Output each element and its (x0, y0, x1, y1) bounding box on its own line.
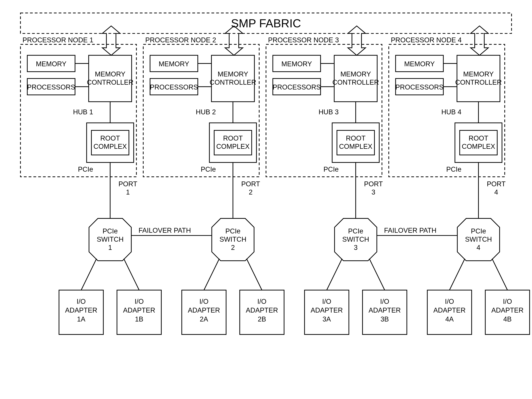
ioA-l2: ADAPTER (188, 306, 220, 314)
smp-fabric-title: SMP FABRIC (231, 17, 301, 30)
switch-l2: SWITCH (97, 235, 124, 243)
processors-label: PROCESSORS (273, 83, 321, 91)
ioA-l3: 1A (77, 315, 85, 323)
root-l2: COMPLEX (216, 142, 250, 150)
processor-node-2: PROCESSOR NODE 2MEMORYPROCESSORSMEMORYCO… (143, 26, 284, 334)
ioA-l3: 3A (323, 315, 331, 323)
fabric-arrow-icon (348, 26, 366, 55)
port-l1: PORT (487, 180, 506, 188)
switch-l1: PCIe (225, 227, 241, 235)
node-title: PROCESSOR NODE 2 (145, 36, 216, 44)
fabric-arrow-icon (102, 26, 120, 55)
switch-l2: SWITCH (220, 235, 247, 243)
root-l1: ROOT (346, 134, 366, 142)
pcie-label: PCIe (323, 165, 339, 173)
memctrl-l1: MEMORY (340, 70, 371, 78)
ioB-l1: I/O (257, 297, 266, 305)
memctrl-l2: CONTROLLER (455, 78, 502, 86)
root-l1: ROOT (469, 134, 488, 142)
ioB-l1: I/O (503, 297, 512, 305)
processor-node-1: PROCESSOR NODE 1MEMORYPROCESSORSMEMORYCO… (20, 26, 161, 334)
memory-label: MEMORY (36, 60, 66, 68)
memctrl-l1: MEMORY (95, 70, 126, 78)
hub-label: HUB 2 (196, 108, 216, 116)
failover-label-1-2: FAILOVER PATH (139, 226, 191, 234)
switch-l2: SWITCH (465, 235, 492, 243)
root-l2: COMPLEX (94, 142, 127, 150)
switch-to-adapterA (81, 259, 96, 290)
processors-label: PROCESSORS (27, 83, 75, 91)
switch-l1: PCIe (103, 227, 118, 235)
pcie-label: PCIe (446, 165, 462, 173)
hub-label: HUB 3 (319, 108, 339, 116)
ioB-l2: ADAPTER (491, 306, 523, 314)
root-l1: ROOT (223, 134, 243, 142)
switch-to-adapterB (369, 259, 385, 290)
ioA-l1: I/O (322, 297, 331, 305)
root-l2: COMPLEX (339, 142, 373, 150)
memctrl-l2: CONTROLLER (87, 78, 133, 86)
root-l2: COMPLEX (462, 142, 495, 150)
port-l2: 1 (126, 188, 130, 196)
port-l2: 2 (249, 188, 253, 196)
ioA-l3: 4A (445, 315, 454, 323)
switch-to-adapterB (247, 259, 262, 290)
memctrl-l2: CONTROLLER (210, 78, 256, 86)
switch-l3: 3 (354, 244, 357, 251)
port-l2: 3 (372, 188, 375, 196)
ioA-l3: 2A (200, 315, 208, 323)
node-title: PROCESSOR NODE 1 (22, 36, 93, 44)
ioB-l2: ADAPTER (246, 306, 278, 314)
node-title: PROCESSOR NODE 4 (391, 36, 462, 44)
port-l1: PORT (364, 180, 383, 188)
root-l1: ROOT (100, 134, 120, 142)
processors-label: PROCESSORS (395, 83, 444, 91)
fabric-arrow-icon (225, 26, 243, 55)
ioB-l3: 1B (135, 315, 143, 323)
switch-to-adapterA (450, 259, 465, 290)
hub-label: HUB 4 (441, 108, 462, 116)
ioB-l2: ADAPTER (123, 306, 155, 314)
switch-to-adapterA (327, 259, 342, 290)
processor-node-3: PROCESSOR NODE 3MEMORYPROCESSORSMEMORYCO… (266, 26, 407, 334)
port-l1: PORT (241, 180, 260, 188)
processor-node-4: PROCESSOR NODE 4MEMORYPROCESSORSMEMORYCO… (389, 26, 530, 334)
memory-label: MEMORY (404, 60, 435, 68)
switch-l2: SWITCH (342, 235, 369, 243)
pcie-label: PCIe (201, 165, 216, 173)
ioA-l2: ADAPTER (65, 306, 97, 314)
ioB-l3: 2B (258, 315, 266, 323)
switch-to-adapterB (124, 259, 139, 290)
switch-l1: PCIe (348, 227, 363, 235)
port-l2: 4 (494, 188, 498, 196)
memory-label: MEMORY (281, 60, 312, 68)
ioB-l1: I/O (380, 297, 389, 305)
ioA-l2: ADAPTER (310, 306, 343, 314)
pcie-label: PCIe (78, 165, 93, 173)
switch-l3: 2 (231, 244, 235, 251)
node-title: PROCESSOR NODE 3 (268, 36, 339, 44)
port-l1: PORT (119, 180, 137, 188)
ioB-l3: 4B (503, 315, 512, 323)
memctrl-l1: MEMORY (218, 70, 248, 78)
memory-label: MEMORY (159, 60, 189, 68)
ioB-l3: 3B (380, 315, 389, 323)
hub-label: HUB 1 (73, 108, 93, 116)
processors-label: PROCESSORS (150, 83, 198, 91)
failover-label-3-4: FAILOVER PATH (384, 226, 437, 234)
switch-l3: 1 (108, 244, 112, 251)
ioA-l1: I/O (76, 297, 86, 305)
memctrl-l2: CONTROLLER (332, 78, 379, 86)
switch-l1: PCIe (471, 227, 486, 235)
ioB-l1: I/O (134, 297, 144, 305)
memctrl-l1: MEMORY (463, 70, 494, 78)
ioA-l1: I/O (445, 297, 454, 305)
ioA-l2: ADAPTER (433, 306, 465, 314)
ioB-l2: ADAPTER (368, 306, 401, 314)
switch-l3: 4 (476, 244, 480, 251)
ioA-l1: I/O (199, 297, 209, 305)
fabric-arrow-icon (471, 26, 488, 55)
switch-to-adapterB (492, 259, 507, 290)
switch-to-adapterA (204, 259, 219, 290)
